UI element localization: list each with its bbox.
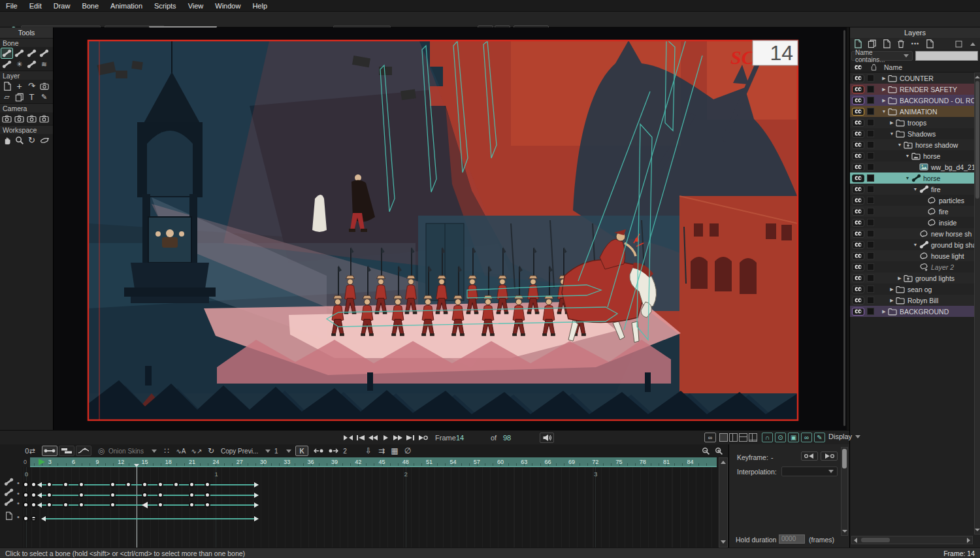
menu-view[interactable]: View: [182, 2, 210, 10]
keyframe-dot[interactable]: [189, 492, 195, 498]
detach-panel-icon[interactable]: [952, 39, 965, 49]
layer-expand-arrow[interactable]: ▼: [881, 109, 887, 114]
frame-zero-toggle[interactable]: 0⇄: [22, 446, 38, 456]
quality-pencil-toggle[interactable]: ✎: [814, 433, 825, 442]
layer-row[interactable]: inside: [850, 217, 974, 228]
keypanel-scrollbar[interactable]: [841, 447, 848, 536]
add-bone-tool[interactable]: [13, 48, 25, 59]
layer-checkbox[interactable]: [867, 263, 874, 271]
eyedropper-tool[interactable]: ✎: [38, 91, 50, 103]
layer-checkbox[interactable]: [867, 97, 874, 104]
layer-search-input[interactable]: [915, 51, 978, 61]
keyframe-dot[interactable]: [31, 482, 37, 487]
timeline-zoom-out-icon[interactable]: [700, 446, 711, 456]
step-forward-button[interactable]: [392, 433, 404, 442]
single-view-button[interactable]: [719, 433, 728, 442]
duplicate-layer-button[interactable]: [866, 39, 879, 49]
onion-skins-dropdown[interactable]: Onion Skins: [108, 446, 157, 456]
prev-keyframe-button[interactable]: [355, 433, 367, 442]
keyframe-dot[interactable]: [204, 492, 210, 498]
next-keyframe-button[interactable]: [404, 433, 416, 442]
layer-row[interactable]: ▼fire: [850, 184, 974, 195]
dots-grid-icon[interactable]: ∷: [161, 446, 172, 456]
transform-bone-tool[interactable]: [38, 48, 50, 59]
pin-down-icon[interactable]: ⇩: [363, 446, 374, 456]
keyframe-dot[interactable]: [31, 492, 37, 498]
shear-layer-tool[interactable]: [38, 80, 50, 91]
layer-checkbox[interactable]: [867, 152, 874, 159]
canvas-viewport[interactable]: SC 14: [54, 27, 847, 430]
split-2col-view-button[interactable]: [729, 433, 738, 442]
layer-row[interactable]: ▼ANIMATION: [850, 106, 974, 117]
layer-expand-arrow[interactable]: ▶: [881, 98, 887, 103]
layer-checkbox[interactable]: [867, 186, 874, 193]
layer-row[interactable]: ▶Robyn Bill: [850, 295, 974, 306]
split-2row-view-button[interactable]: [739, 433, 747, 442]
layer-checkbox[interactable]: [867, 252, 874, 259]
layer-visibility-toggle[interactable]: [852, 274, 864, 282]
quality-square-toggle[interactable]: ▣: [788, 433, 799, 442]
layer-row[interactable]: particles: [850, 195, 974, 206]
layer-expand-arrow[interactable]: ▼: [889, 131, 895, 136]
keyframe-dot[interactable]: [46, 482, 52, 487]
relative-keying-icon[interactable]: ↻: [205, 446, 217, 456]
jump-start-button[interactable]: [342, 433, 354, 442]
layer-visibility-toggle[interactable]: [852, 197, 864, 205]
layer-checkbox[interactable]: [867, 174, 874, 182]
layer-checkbox[interactable]: [867, 208, 874, 215]
layer-expand-arrow[interactable]: ▼: [896, 142, 903, 147]
layer-row[interactable]: ▶sean og: [850, 284, 974, 295]
collapse-panel-button[interactable]: [966, 39, 979, 49]
layer-visibility-toggle[interactable]: [852, 308, 864, 316]
keyframe-dot[interactable]: [189, 502, 195, 508]
layer-row[interactable]: ▼Shadows: [850, 128, 974, 139]
keyframe-dot[interactable]: [110, 502, 116, 508]
total-frames-value[interactable]: 98: [503, 434, 511, 442]
select-bone-tool[interactable]: [1, 48, 13, 59]
layer-visibility-toggle[interactable]: [852, 141, 864, 149]
delete-layer-button[interactable]: [894, 39, 907, 49]
keyframe-dot[interactable]: [63, 502, 69, 508]
orbit-workspace-tool[interactable]: [38, 135, 50, 146]
bone-dynamics-tool[interactable]: [25, 59, 38, 70]
keyframe-mode-button[interactable]: [42, 446, 57, 456]
layer-checkbox[interactable]: [867, 108, 874, 115]
sequencer-mode-button[interactable]: [59, 446, 74, 456]
track-camera-tool[interactable]: [1, 113, 13, 124]
keyframe-dot[interactable]: [142, 482, 148, 487]
keyframe-hold-dot[interactable]: [31, 516, 37, 521]
layer-expand-arrow[interactable]: ▶: [881, 309, 887, 314]
keyframe-dot[interactable]: [110, 482, 116, 487]
layer-checkbox[interactable]: [867, 86, 874, 93]
layer-expand-arrow[interactable]: ▶: [881, 87, 887, 92]
timeline-ruler[interactable]: 3691215182124273033363942454851545760636…: [0, 457, 728, 467]
timeline-vscrollbar[interactable]: [719, 457, 728, 548]
pan-workspace-tool[interactable]: [1, 135, 13, 146]
key-right-button[interactable]: [327, 446, 340, 456]
layer-checkbox[interactable]: [867, 241, 874, 248]
keyframe-dot[interactable]: [157, 492, 163, 498]
layer-visibility-toggle[interactable]: [852, 230, 864, 238]
layer-row[interactable]: ▶troops: [850, 117, 974, 128]
keyframe-dot[interactable]: [78, 502, 84, 508]
layer-visibility-toggle[interactable]: [852, 74, 864, 82]
layer-row[interactable]: house light: [850, 250, 974, 261]
layer-visibility-toggle[interactable]: [852, 286, 864, 293]
pan-tilt-camera-tool[interactable]: [38, 113, 50, 124]
hold-duration-input[interactable]: 0000: [779, 534, 805, 544]
layer-visibility-toggle[interactable]: [852, 119, 864, 127]
layer-row[interactable]: fire: [850, 206, 974, 217]
layer-checkbox[interactable]: [867, 297, 874, 304]
layer-row[interactable]: new horse sh: [850, 228, 974, 239]
layer-checkbox[interactable]: [867, 163, 874, 171]
graph-a-icon[interactable]: ∿A: [174, 446, 188, 456]
layer-visibility-toggle[interactable]: [852, 163, 864, 171]
keyframe-dot[interactable]: [204, 502, 210, 508]
loop-count-dropdown[interactable]: 1: [274, 446, 291, 456]
keyframe-dot[interactable]: [204, 482, 210, 487]
rotate-layer-tool[interactable]: ↷: [25, 80, 38, 91]
keyframe-dot[interactable]: [173, 482, 179, 487]
layer-visibility-toggle[interactable]: [852, 263, 864, 271]
layer-visibility-toggle[interactable]: [852, 208, 864, 216]
play-button[interactable]: [380, 433, 391, 442]
